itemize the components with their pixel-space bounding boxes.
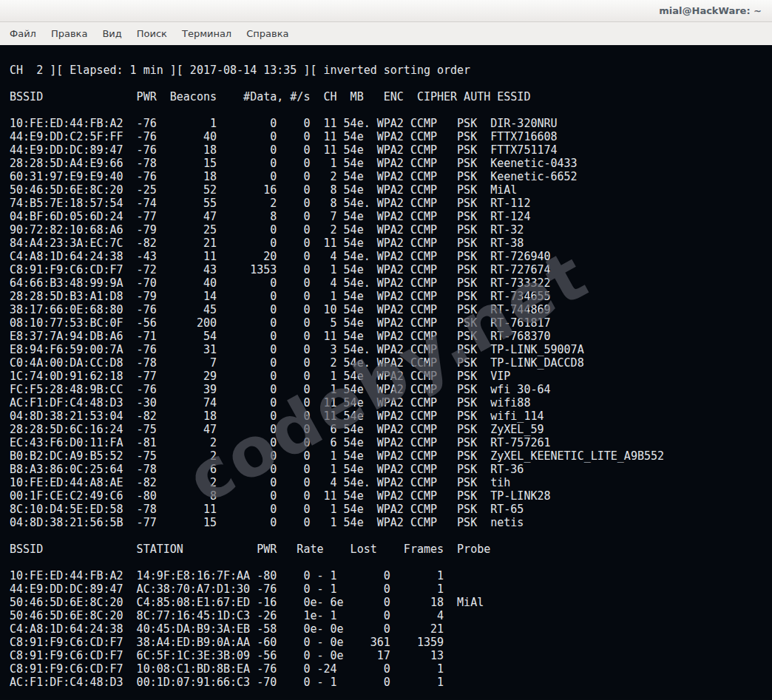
ap-row: C8:91:F9:C6:CD:F7 -72 43 1353 0 1 54e WP… — [3, 263, 772, 276]
ap-row: C4:A8:1D:64:24:38 -43 11 20 0 4 54e. WPA… — [3, 250, 772, 263]
blank-line — [3, 556, 772, 569]
blank-line — [3, 103, 772, 117]
window-title: mial@HackWare: ~ — [659, 0, 772, 22]
ap-row: 64:66:B3:48:99:9A -70 40 0 0 4 54e. WPA2… — [3, 276, 772, 290]
menu-item-view[interactable]: Вид — [95, 22, 129, 45]
menu-item-edit[interactable]: Правка — [44, 22, 95, 45]
ap-row: 38:17:66:0E:68:80 -76 45 0 0 10 54e WPA2… — [3, 303, 772, 316]
station-row: AC:F1:DF:C4:48:D3 00:1D:07:91:66:C3 -70 … — [3, 676, 772, 689]
ap-row: 04:BF:6D:05:6D:24 -77 47 8 0 7 54e WPA2 … — [3, 210, 772, 223]
ap-row: 08:10:77:53:BC:0F -56 200 0 0 5 54e WPA2… — [3, 316, 772, 330]
window-titlebar: mial@HackWare: ~ — [0, 0, 772, 22]
ap-row: 28:28:5D:A4:E9:66 -78 15 0 0 1 54e WPA2 … — [3, 157, 772, 170]
ap-row: E8:94:F6:59:00:7A -76 31 0 0 3 54e. WPA2… — [3, 343, 772, 356]
ap-row: 00:1F:CE:C2:49:C6 -80 8 0 0 11 54e WPA2 … — [3, 489, 772, 503]
station-row: C8:91:F9:C6:CD:F7 6C:5F:1C:3E:3B:09 -56 … — [3, 649, 772, 662]
ap-row: 44:E9:DD:C2:5F:FF -76 40 0 0 11 54e WPA2… — [3, 130, 772, 143]
ap-row: 04:8D:38:21:56:5B -77 15 0 0 1 54e WPA2 … — [3, 516, 772, 529]
ap-row: E8:37:7A:94:DB:A6 -71 54 0 0 11 54e WPA2… — [3, 330, 772, 343]
ap-row: 84:A4:23:3A:EC:7C -82 21 0 0 11 54e WPA2… — [3, 237, 772, 250]
ap-row: C0:4A:00:DA:CC:D8 -78 7 0 0 2 54e. WPA2 … — [3, 356, 772, 370]
station-row: C4:A8:1D:64:24:38 40:45:DA:B9:3A:EB -58 … — [3, 622, 772, 636]
menu-item-terminal[interactable]: Терминал — [175, 22, 239, 45]
status-line: CH 2 ][ Elapsed: 1 min ][ 2017-08-14 13:… — [3, 64, 772, 77]
blank-line — [3, 529, 772, 543]
ap-row: 50:46:5D:6E:8C:20 -25 52 16 0 8 54e WPA2… — [3, 183, 772, 197]
blank-line — [3, 77, 772, 90]
ap-row: 60:31:97:E9:E9:40 -76 18 0 0 2 54e WPA2 … — [3, 170, 772, 183]
ap-table-header: BSSID PWR Beacons #Data, #/s CH MB ENC C… — [3, 90, 772, 103]
ap-row: 04:8D:38:21:53:04 -82 18 0 0 11 54e WPA2… — [3, 410, 772, 423]
ap-row: B0:B2:DC:A9:B5:52 -75 2 0 0 1 54e WPA2 C… — [3, 449, 772, 463]
ap-row: 28:28:5D:6C:16:24 -75 47 0 0 6 54e WPA2 … — [3, 423, 772, 436]
menu-bar: Файл Правка Вид Поиск Терминал Справка — [0, 22, 772, 45]
ap-row: EC:43:F6:D0:11:FA -81 2 0 0 6 54e WPA2 C… — [3, 436, 772, 449]
menu-item-file[interactable]: Файл — [2, 22, 44, 45]
station-row: 50:46:5D:6E:8C:20 8C:77:16:45:1D:C3 -26 … — [3, 609, 772, 622]
station-table-header: BSSID STATION PWR Rate Lost Frames Probe — [3, 543, 772, 556]
station-row: C8:91:F9:C6:CD:F7 10:08:C1:BD:8B:EA -76 … — [3, 662, 772, 676]
menu-item-help[interactable]: Справка — [239, 22, 296, 45]
menu-item-search[interactable]: Поиск — [129, 22, 175, 45]
station-row: 10:FE:ED:44:FB:A2 14:9F:E8:16:7F:AA -80 … — [3, 569, 772, 582]
ap-row: FC:F5:28:48:9B:CC -76 39 0 0 1 54e WPA2 … — [3, 383, 772, 396]
terminal-screen[interactable]: CH 2 ][ Elapsed: 1 min ][ 2017-08-14 13:… — [0, 45, 772, 699]
ap-row: 44:E9:DD:DC:89:47 -76 18 0 0 11 54e WPA2… — [3, 143, 772, 157]
station-row: 44:E9:DD:DC:89:47 AC:38:70:A7:D1:30 -76 … — [3, 582, 772, 596]
station-row: 50:46:5D:6E:8C:20 C4:85:08:E1:67:ED -16 … — [3, 596, 772, 609]
ap-row: 1C:74:0D:91:62:18 -77 29 0 0 1 54e WPA2 … — [3, 370, 772, 383]
ap-row: 28:28:5D:B3:A1:D8 -79 14 0 0 1 54e WPA2 … — [3, 290, 772, 303]
station-row: C8:91:F9:C6:CD:F7 38:A4:ED:B9:0A:AA -60 … — [3, 636, 772, 649]
ap-row: 8C:10:D4:5E:ED:58 -78 11 0 0 1 54e WPA2 … — [3, 503, 772, 516]
terminal-output: CH 2 ][ Elapsed: 1 min ][ 2017-08-14 13:… — [0, 45, 772, 689]
ap-row: 74:B5:7E:18:57:54 -74 55 2 0 8 54e. WPA2… — [3, 197, 772, 210]
ap-row: 10:FE:ED:44:FB:A2 -76 1 0 0 11 54e. WPA2… — [3, 117, 772, 130]
ap-row: AC:F1:DF:C4:48:D3 -30 74 0 0 11 54e WPA2… — [3, 396, 772, 410]
ap-row: 90:72:82:10:68:A6 -79 25 0 0 2 54e WPA2 … — [3, 223, 772, 237]
ap-row: B8:A3:86:0C:25:64 -78 6 0 0 1 54e WPA2 C… — [3, 463, 772, 476]
ap-row: 10:FE:ED:44:A8:AE -82 2 0 0 4 54e. WPA2 … — [3, 476, 772, 489]
